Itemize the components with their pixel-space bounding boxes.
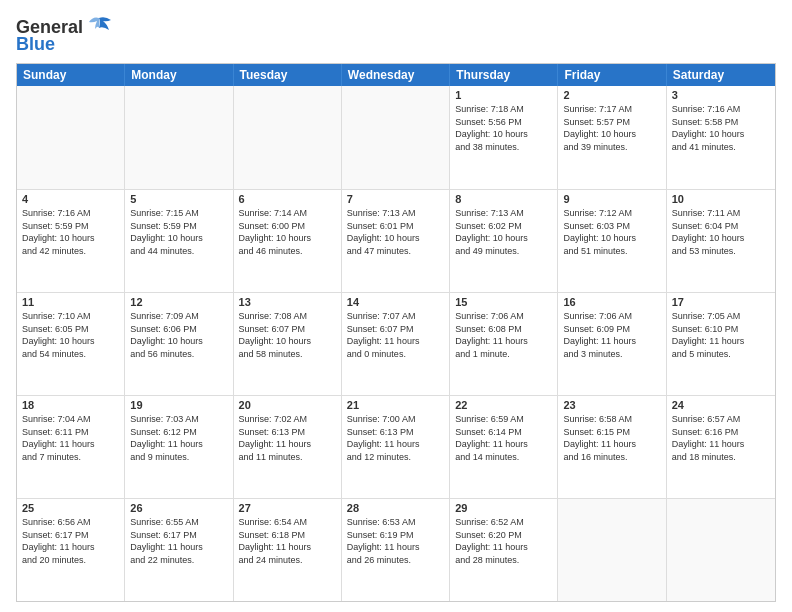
calendar-cell: 1Sunrise: 7:18 AM Sunset: 5:56 PM Daylig… [450, 86, 558, 189]
day-info: Sunrise: 7:12 AM Sunset: 6:03 PM Dayligh… [563, 207, 660, 257]
logo: General Blue [16, 16, 113, 55]
day-number: 14 [347, 296, 444, 308]
day-info: Sunrise: 6:56 AM Sunset: 6:17 PM Dayligh… [22, 516, 119, 566]
day-header-monday: Monday [125, 64, 233, 86]
day-info: Sunrise: 7:04 AM Sunset: 6:11 PM Dayligh… [22, 413, 119, 463]
calendar-cell: 14Sunrise: 7:07 AM Sunset: 6:07 PM Dayli… [342, 293, 450, 395]
calendar-cell: 15Sunrise: 7:06 AM Sunset: 6:08 PM Dayli… [450, 293, 558, 395]
calendar-cell: 23Sunrise: 6:58 AM Sunset: 6:15 PM Dayli… [558, 396, 666, 498]
day-info: Sunrise: 7:03 AM Sunset: 6:12 PM Dayligh… [130, 413, 227, 463]
day-number: 25 [22, 502, 119, 514]
calendar-cell: 5Sunrise: 7:15 AM Sunset: 5:59 PM Daylig… [125, 190, 233, 292]
calendar-cell: 6Sunrise: 7:14 AM Sunset: 6:00 PM Daylig… [234, 190, 342, 292]
day-info: Sunrise: 7:14 AM Sunset: 6:00 PM Dayligh… [239, 207, 336, 257]
calendar-body: 1Sunrise: 7:18 AM Sunset: 5:56 PM Daylig… [17, 86, 775, 601]
logo-blue-text: Blue [16, 34, 55, 55]
calendar-cell [342, 86, 450, 189]
day-number: 4 [22, 193, 119, 205]
day-number: 5 [130, 193, 227, 205]
calendar-week-1: 1Sunrise: 7:18 AM Sunset: 5:56 PM Daylig… [17, 86, 775, 189]
day-info: Sunrise: 6:57 AM Sunset: 6:16 PM Dayligh… [672, 413, 770, 463]
calendar-cell: 8Sunrise: 7:13 AM Sunset: 6:02 PM Daylig… [450, 190, 558, 292]
day-info: Sunrise: 7:13 AM Sunset: 6:01 PM Dayligh… [347, 207, 444, 257]
day-info: Sunrise: 7:16 AM Sunset: 5:58 PM Dayligh… [672, 103, 770, 153]
day-number: 3 [672, 89, 770, 101]
day-number: 18 [22, 399, 119, 411]
day-number: 29 [455, 502, 552, 514]
day-info: Sunrise: 7:07 AM Sunset: 6:07 PM Dayligh… [347, 310, 444, 360]
day-number: 8 [455, 193, 552, 205]
calendar-cell: 26Sunrise: 6:55 AM Sunset: 6:17 PM Dayli… [125, 499, 233, 601]
day-number: 9 [563, 193, 660, 205]
calendar-week-4: 18Sunrise: 7:04 AM Sunset: 6:11 PM Dayli… [17, 395, 775, 498]
calendar-cell: 21Sunrise: 7:00 AM Sunset: 6:13 PM Dayli… [342, 396, 450, 498]
day-info: Sunrise: 6:54 AM Sunset: 6:18 PM Dayligh… [239, 516, 336, 566]
day-info: Sunrise: 7:18 AM Sunset: 5:56 PM Dayligh… [455, 103, 552, 153]
calendar-cell: 25Sunrise: 6:56 AM Sunset: 6:17 PM Dayli… [17, 499, 125, 601]
calendar-cell [667, 499, 775, 601]
calendar-cell [558, 499, 666, 601]
day-info: Sunrise: 7:15 AM Sunset: 5:59 PM Dayligh… [130, 207, 227, 257]
day-info: Sunrise: 6:55 AM Sunset: 6:17 PM Dayligh… [130, 516, 227, 566]
calendar-cell: 3Sunrise: 7:16 AM Sunset: 5:58 PM Daylig… [667, 86, 775, 189]
day-info: Sunrise: 7:09 AM Sunset: 6:06 PM Dayligh… [130, 310, 227, 360]
calendar-week-5: 25Sunrise: 6:56 AM Sunset: 6:17 PM Dayli… [17, 498, 775, 601]
day-header-tuesday: Tuesday [234, 64, 342, 86]
day-number: 7 [347, 193, 444, 205]
day-number: 24 [672, 399, 770, 411]
calendar-cell: 20Sunrise: 7:02 AM Sunset: 6:13 PM Dayli… [234, 396, 342, 498]
calendar-cell: 29Sunrise: 6:52 AM Sunset: 6:20 PM Dayli… [450, 499, 558, 601]
calendar-cell [17, 86, 125, 189]
day-info: Sunrise: 7:10 AM Sunset: 6:05 PM Dayligh… [22, 310, 119, 360]
day-info: Sunrise: 7:08 AM Sunset: 6:07 PM Dayligh… [239, 310, 336, 360]
day-number: 27 [239, 502, 336, 514]
calendar-cell: 9Sunrise: 7:12 AM Sunset: 6:03 PM Daylig… [558, 190, 666, 292]
page: General Blue SundayMondayTuesdayWednesda… [0, 0, 792, 612]
calendar-cell: 12Sunrise: 7:09 AM Sunset: 6:06 PM Dayli… [125, 293, 233, 395]
calendar-cell: 11Sunrise: 7:10 AM Sunset: 6:05 PM Dayli… [17, 293, 125, 395]
calendar-cell: 7Sunrise: 7:13 AM Sunset: 6:01 PM Daylig… [342, 190, 450, 292]
day-info: Sunrise: 7:06 AM Sunset: 6:08 PM Dayligh… [455, 310, 552, 360]
calendar-cell: 17Sunrise: 7:05 AM Sunset: 6:10 PM Dayli… [667, 293, 775, 395]
day-number: 2 [563, 89, 660, 101]
calendar-cell: 10Sunrise: 7:11 AM Sunset: 6:04 PM Dayli… [667, 190, 775, 292]
day-number: 28 [347, 502, 444, 514]
header: General Blue [16, 16, 776, 55]
logo-bird-icon [85, 16, 113, 38]
day-number: 15 [455, 296, 552, 308]
calendar: SundayMondayTuesdayWednesdayThursdayFrid… [16, 63, 776, 602]
calendar-cell: 28Sunrise: 6:53 AM Sunset: 6:19 PM Dayli… [342, 499, 450, 601]
day-number: 17 [672, 296, 770, 308]
calendar-cell [234, 86, 342, 189]
day-info: Sunrise: 6:59 AM Sunset: 6:14 PM Dayligh… [455, 413, 552, 463]
calendar-cell: 27Sunrise: 6:54 AM Sunset: 6:18 PM Dayli… [234, 499, 342, 601]
calendar-week-3: 11Sunrise: 7:10 AM Sunset: 6:05 PM Dayli… [17, 292, 775, 395]
day-info: Sunrise: 7:13 AM Sunset: 6:02 PM Dayligh… [455, 207, 552, 257]
day-number: 26 [130, 502, 227, 514]
day-number: 16 [563, 296, 660, 308]
calendar-cell [125, 86, 233, 189]
day-info: Sunrise: 7:05 AM Sunset: 6:10 PM Dayligh… [672, 310, 770, 360]
day-number: 23 [563, 399, 660, 411]
day-number: 6 [239, 193, 336, 205]
day-number: 20 [239, 399, 336, 411]
day-number: 19 [130, 399, 227, 411]
calendar-cell: 13Sunrise: 7:08 AM Sunset: 6:07 PM Dayli… [234, 293, 342, 395]
day-info: Sunrise: 6:52 AM Sunset: 6:20 PM Dayligh… [455, 516, 552, 566]
day-header-wednesday: Wednesday [342, 64, 450, 86]
calendar-week-2: 4Sunrise: 7:16 AM Sunset: 5:59 PM Daylig… [17, 189, 775, 292]
day-number: 11 [22, 296, 119, 308]
day-number: 21 [347, 399, 444, 411]
day-header-thursday: Thursday [450, 64, 558, 86]
day-info: Sunrise: 7:00 AM Sunset: 6:13 PM Dayligh… [347, 413, 444, 463]
day-info: Sunrise: 7:11 AM Sunset: 6:04 PM Dayligh… [672, 207, 770, 257]
calendar-cell: 2Sunrise: 7:17 AM Sunset: 5:57 PM Daylig… [558, 86, 666, 189]
day-number: 13 [239, 296, 336, 308]
calendar-cell: 19Sunrise: 7:03 AM Sunset: 6:12 PM Dayli… [125, 396, 233, 498]
day-number: 10 [672, 193, 770, 205]
calendar-cell: 18Sunrise: 7:04 AM Sunset: 6:11 PM Dayli… [17, 396, 125, 498]
calendar-header: SundayMondayTuesdayWednesdayThursdayFrid… [17, 64, 775, 86]
day-info: Sunrise: 6:53 AM Sunset: 6:19 PM Dayligh… [347, 516, 444, 566]
calendar-cell: 22Sunrise: 6:59 AM Sunset: 6:14 PM Dayli… [450, 396, 558, 498]
calendar-cell: 24Sunrise: 6:57 AM Sunset: 6:16 PM Dayli… [667, 396, 775, 498]
